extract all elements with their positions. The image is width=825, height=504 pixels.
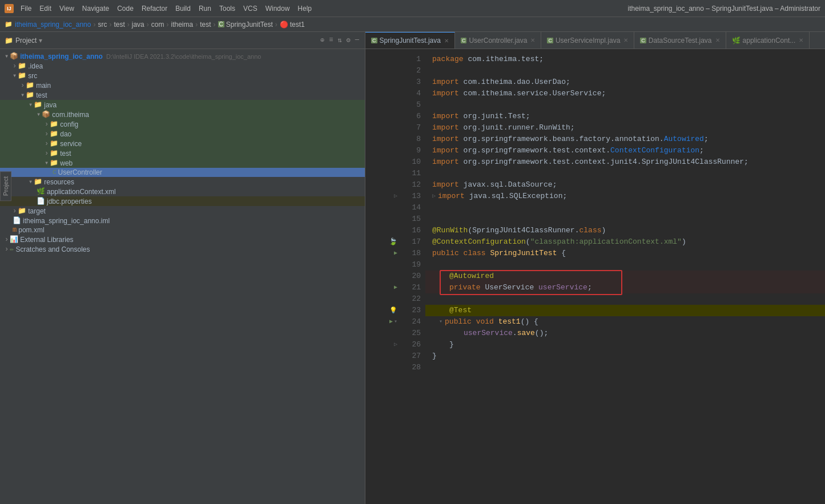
breadcrumb-class[interactable]: C SpringJunitTest (218, 21, 273, 29)
tree-item-dao[interactable]: › 📁 dao (0, 129, 365, 139)
code-line-1: package com.itheima.test; (425, 54, 825, 65)
code-line-15 (425, 213, 825, 225)
run-icon-24[interactable]: ▶ (389, 316, 393, 328)
tab-close-5[interactable]: ✕ (799, 37, 803, 43)
import-9: import (432, 145, 464, 156)
dropdown-icon[interactable]: ▾ (39, 37, 42, 45)
menu-build[interactable]: Build (172, 3, 194, 14)
gutter-row-23: 💡 (365, 305, 400, 316)
menu-code[interactable]: Code (114, 3, 137, 14)
settings-icon[interactable]: ⚙ (345, 35, 352, 46)
tree-item-service[interactable]: › 📁 service (0, 139, 365, 148)
breadcrumb-src[interactable]: src (98, 21, 107, 29)
menu-view[interactable]: View (56, 3, 78, 14)
iml-label: itheima_spring_ioc_anno.iml (23, 217, 110, 225)
code-content[interactable]: package com.itheima.test; import com.ith… (425, 49, 825, 504)
menu-file[interactable]: File (17, 3, 35, 14)
tab-close-3[interactable]: ✕ (623, 37, 628, 43)
leaf-icon-17[interactable]: 🍃 (389, 236, 397, 248)
breadcrumb-test[interactable]: test (114, 21, 124, 29)
ann-runwith: @RunWith (432, 225, 468, 236)
tree-item-web[interactable]: ▾ 📁 web (0, 158, 365, 168)
fold-marker-13[interactable]: ▷ (432, 191, 436, 202)
fold-icon-26[interactable]: ▷ (394, 339, 397, 350)
tab-close-4[interactable]: ✕ (715, 37, 720, 43)
tab-close-1[interactable]: ✕ (444, 38, 449, 44)
breadcrumb-testpkg[interactable]: test (200, 21, 211, 29)
left-edge-project-tab[interactable]: Project (0, 171, 11, 201)
title-bar: IJ File Edit View Navigate Code Refactor… (0, 0, 825, 17)
tab-close-2[interactable]: ✕ (530, 37, 535, 43)
pom-icon: m (13, 226, 17, 234)
bulb-icon-23[interactable]: 💡 (389, 305, 397, 316)
tree-item-ext-libs[interactable]: › 📊 External Libraries (0, 235, 365, 244)
tree-item-src[interactable]: ▾ 📁 src (0, 71, 365, 80)
config-expand-icon: › (45, 120, 49, 128)
gutter-row-20 (365, 271, 400, 282)
main-folder-icon: 📁 (26, 81, 34, 90)
usercontroller-label: UserController (58, 168, 102, 176)
ext-libs-icon: 📊 (10, 235, 18, 244)
breadcrumb-com[interactable]: com (151, 21, 164, 29)
run-icon-21[interactable]: ▶ (394, 282, 397, 293)
fold-icon-13[interactable]: ▷ (394, 191, 397, 202)
tree-item-idea[interactable]: › 📁 .idea (0, 61, 365, 71)
main-label: main (36, 82, 51, 90)
web-label: web (60, 159, 73, 167)
idea-label: .idea (28, 62, 43, 70)
expand-icon[interactable]: ⇅ (336, 35, 343, 46)
tree-item-config[interactable]: › 📁 config (0, 119, 365, 129)
tree-item-resources[interactable]: ▾ 📁 resources (0, 177, 365, 187)
code-editor[interactable]: ▷ 🍃 ▶ ▶ 💡 ▶ ▾ ▷ (365, 49, 825, 504)
tree-item-usercontroller[interactable]: C UserController (0, 168, 365, 177)
tree-item-java[interactable]: ▾ 📁 java (0, 100, 365, 110)
menu-edit[interactable]: Edit (36, 3, 55, 14)
gutter-row-22 (365, 293, 400, 305)
menu-vcs[interactable]: VCS (240, 3, 261, 14)
ln-20: 20 (407, 271, 421, 282)
tree-item-main[interactable]: › 📁 main (0, 80, 365, 90)
close-panel-icon[interactable]: — (354, 35, 360, 46)
breadcrumb-sep1: › (93, 21, 95, 29)
menu-help[interactable]: Help (294, 3, 315, 14)
menu-refactor[interactable]: Refactor (138, 3, 171, 14)
tree-item-testpkg[interactable]: › 📁 test (0, 148, 365, 158)
gutter-row-9 (365, 145, 400, 156)
ln-11: 11 (407, 168, 421, 179)
tree-item-scratches[interactable]: › ✏️ Scratches and Consoles (0, 244, 365, 254)
tab-userserviceimpl[interactable]: C UserServiceImpl.java ✕ (541, 32, 634, 49)
tree-item-target[interactable]: › 📁 target (0, 206, 365, 216)
ln-13: 13 (407, 191, 421, 202)
menu-tools[interactable]: Tools (216, 3, 239, 14)
run-icon-18[interactable]: ▶ (394, 248, 397, 259)
tab-usercontroller[interactable]: C UserController.java ✕ (455, 32, 542, 49)
tab-springjunittest[interactable]: C SpringJunitTest.java ✕ (365, 32, 455, 49)
tree-item-pom[interactable]: m pom.xml (0, 225, 365, 235)
fold-icon-24[interactable]: ▾ (394, 316, 397, 328)
breadcrumb-java[interactable]: java (132, 21, 144, 29)
tree-item-test[interactable]: ▾ 📁 test (0, 90, 365, 100)
menu-navigate[interactable]: Navigate (79, 3, 112, 14)
menu-run[interactable]: Run (195, 3, 215, 14)
tree-item-appctx[interactable]: 🌿 applicationContext.xml (0, 187, 365, 196)
ln-5: 5 (407, 99, 421, 111)
import-13: import (438, 191, 469, 202)
menu-window[interactable]: Window (262, 3, 293, 14)
locate-icon[interactable]: ⊕ (319, 35, 325, 46)
tab-datasourcetest[interactable]: C DataSourceTest.java ✕ (634, 32, 726, 49)
tree-item-root[interactable]: ▾ 📦 itheima_spring_ioc_anno D:\IntelliJ … (0, 51, 365, 61)
panel-title: 📁 Project ▾ (5, 37, 42, 45)
tree-item-jdbc[interactable]: 📄 jdbc.properties (0, 196, 365, 206)
breadcrumb-itheima[interactable]: itheima (171, 21, 193, 29)
import-6: import (432, 111, 464, 122)
breadcrumb-project[interactable]: itheima_spring_ioc_anno (15, 21, 91, 29)
fold-marker-24[interactable]: ▾ (439, 316, 442, 328)
breadcrumb-sep4: › (147, 21, 149, 29)
tree-item-com-itheima[interactable]: ▾ 📦 com.itheima (0, 110, 365, 119)
collapse-icon[interactable]: ≡ (328, 35, 334, 46)
scratches-label: Scratches and Consoles (15, 245, 90, 253)
tree-item-iml[interactable]: 📄 itheima_spring_ioc_anno.iml (0, 216, 365, 225)
tab-java-icon-1: C (371, 38, 377, 43)
tab-appcontext[interactable]: 🌿 applicationCont... ✕ (726, 32, 810, 49)
breadcrumb-method[interactable]: 🔴 test1 (280, 21, 305, 29)
